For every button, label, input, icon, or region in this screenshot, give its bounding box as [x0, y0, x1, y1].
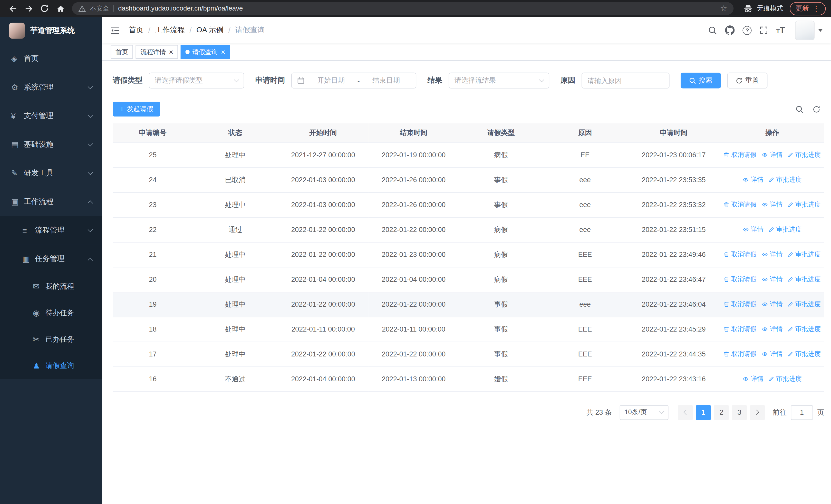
detail-link[interactable]: 详情	[762, 200, 782, 209]
bookmark-star-icon[interactable]: ☆	[720, 4, 727, 13]
approval-progress-link[interactable]: 审批进度	[788, 150, 821, 159]
breadcrumb-item[interactable]: 首页	[129, 25, 144, 35]
detail-link[interactable]: 详情	[762, 150, 782, 159]
page-button-3[interactable]: 3	[732, 405, 747, 420]
create-leave-button[interactable]: + 发起请假	[113, 101, 160, 117]
approval-progress-link[interactable]: 审批进度	[769, 175, 802, 184]
cancel-leave-link[interactable]: 取消请假	[724, 325, 756, 334]
sidebar-item-task-management[interactable]: ▥任务管理	[0, 244, 102, 273]
next-page-button[interactable]	[750, 405, 765, 420]
tag-process-detail[interactable]: 流程详情×	[136, 45, 178, 59]
user-menu[interactable]	[795, 20, 823, 40]
update-button[interactable]: 更新 ⋮	[790, 2, 826, 15]
sidebar-item-infrastructure[interactable]: ▤基础设施	[0, 130, 102, 159]
cancel-leave-link[interactable]: 取消请假	[724, 350, 756, 358]
breadcrumb-item[interactable]: 工作流程	[155, 25, 185, 35]
address-bar[interactable]: 不安全 dashboard.yudao.iocoder.cn/bpm/oa/le…	[72, 2, 734, 15]
page-button-1[interactable]: 1	[696, 405, 711, 420]
table-row: 22通过2022-01-22 00:00:002022-01-22 00:00:…	[113, 217, 824, 242]
refresh-table-button[interactable]	[812, 105, 821, 113]
toggle-search-button[interactable]	[796, 105, 804, 113]
apply-time-range-picker[interactable]: 开始日期 - 结束日期	[291, 72, 416, 89]
sidebar-item-system-management[interactable]: ⚙系统管理	[0, 73, 102, 101]
close-tag-icon[interactable]: ×	[169, 48, 173, 56]
detail-link[interactable]: 详情	[762, 300, 782, 309]
detail-link[interactable]: 详情	[762, 350, 782, 358]
github-button[interactable]	[725, 25, 735, 35]
detail-link[interactable]: 详情	[762, 325, 782, 334]
sidebar-item-workflow[interactable]: ▣工作流程	[0, 187, 102, 216]
fullscreen-button[interactable]	[760, 26, 768, 34]
search-icon	[796, 105, 804, 113]
logo[interactable]: 芋道管理系统	[0, 17, 102, 45]
cell-leave-type: 病假	[459, 267, 543, 292]
sidebar-item-process-management[interactable]: ≡流程管理	[0, 216, 102, 244]
cell-start-time: 2022-01-04 00:00:00	[278, 267, 369, 292]
cancel-leave-link[interactable]: 取消请假	[724, 250, 756, 259]
sidebar-item-todo-tasks[interactable]: ◉待办任务	[0, 300, 102, 326]
home-button[interactable]	[53, 1, 68, 16]
reload-button[interactable]	[37, 1, 52, 16]
sidebar-item-leave-query[interactable]: ♟请假查询	[0, 353, 102, 379]
reset-button[interactable]: 重置	[727, 72, 768, 89]
github-icon	[725, 25, 735, 35]
apply-time-label: 申请时间	[255, 76, 285, 85]
back-button[interactable]	[5, 1, 20, 16]
prev-page-button[interactable]	[678, 405, 693, 420]
page-button-2[interactable]: 2	[714, 405, 729, 420]
breadcrumb-separator: /	[228, 26, 230, 34]
collapse-sidebar-icon[interactable]	[111, 26, 120, 34]
cell-apply-time: 2022-01-22 23:53:32	[627, 192, 720, 217]
font-size-button[interactable]: TT	[776, 25, 785, 35]
reason-input[interactable]	[588, 77, 664, 84]
goto-page-input[interactable]	[791, 405, 813, 420]
approval-progress-link[interactable]: 审批进度	[788, 200, 821, 209]
breadcrumb-item[interactable]: OA 示例	[196, 25, 224, 35]
cell-apply-time: 2022-01-22 23:44:35	[627, 342, 720, 366]
cell-apply-time: 2022-01-23 00:06:17	[627, 142, 720, 167]
approval-progress-link[interactable]: 审批进度	[788, 250, 821, 259]
approval-progress-link[interactable]: 审批进度	[788, 300, 821, 309]
sidebar-item-my-process[interactable]: ✉我的流程	[0, 273, 102, 300]
forward-button[interactable]	[21, 1, 36, 16]
cell-actions: 详情审批进度	[720, 366, 824, 391]
detail-link[interactable]: 详情	[762, 275, 782, 284]
approval-progress-link[interactable]: 审批进度	[769, 375, 802, 383]
page-size-select[interactable]: 10条/页	[620, 405, 668, 420]
cell-leave-type: 事假	[459, 192, 543, 217]
sidebar-item-done-tasks[interactable]: ✂已办任务	[0, 326, 102, 353]
detail-link[interactable]: 详情	[743, 175, 763, 184]
breadcrumb-separator: /	[148, 26, 150, 34]
approval-progress-link[interactable]: 审批进度	[788, 275, 821, 284]
sidebar-item-label: 支付管理	[24, 111, 89, 121]
cancel-leave-link[interactable]: 取消请假	[724, 200, 756, 209]
process-icon: ≡	[22, 226, 35, 235]
approval-progress-link[interactable]: 审批进度	[769, 225, 802, 234]
approval-progress-link[interactable]: 审批进度	[788, 350, 821, 358]
column-header: 状态	[193, 123, 278, 142]
tag-leave-query[interactable]: 请假查询×	[181, 45, 230, 59]
cancel-leave-link[interactable]: 取消请假	[724, 275, 756, 284]
help-button[interactable]: ?	[743, 26, 752, 35]
tag-home[interactable]: 首页	[111, 45, 133, 59]
approval-progress-link[interactable]: 审批进度	[788, 325, 821, 334]
leave-type-select[interactable]: 请选择请假类型	[149, 72, 244, 89]
search-button[interactable]: 搜索	[681, 72, 721, 89]
cancel-leave-link[interactable]: 取消请假	[724, 300, 756, 309]
detail-link[interactable]: 详情	[743, 225, 763, 234]
browser-menu-icon[interactable]: ⋮	[812, 5, 820, 12]
cell-leave-type: 病假	[459, 242, 543, 267]
sidebar-item-payment-management[interactable]: ¥支付管理	[0, 101, 102, 130]
search-button[interactable]	[708, 26, 717, 35]
cell-end-time: 2022-01-22 00:00:00	[368, 217, 459, 242]
cell-actions: 详情审批进度	[720, 217, 824, 242]
detail-link[interactable]: 详情	[743, 375, 763, 383]
close-tag-icon[interactable]: ×	[221, 48, 225, 56]
result-select[interactable]: 请选择流结果	[449, 72, 549, 89]
sidebar-item-home[interactable]: ◈首页	[0, 45, 102, 73]
tags-view: 首页流程详情×请假查询×	[102, 43, 831, 61]
sidebar-item-devtools[interactable]: ✎研发工具	[0, 159, 102, 187]
cancel-leave-link[interactable]: 取消请假	[724, 150, 756, 159]
sidebar: 芋道管理系统 ◈首页⚙系统管理¥支付管理▤基础设施✎研发工具▣工作流程≡流程管理…	[0, 17, 102, 504]
detail-link[interactable]: 详情	[762, 250, 782, 259]
